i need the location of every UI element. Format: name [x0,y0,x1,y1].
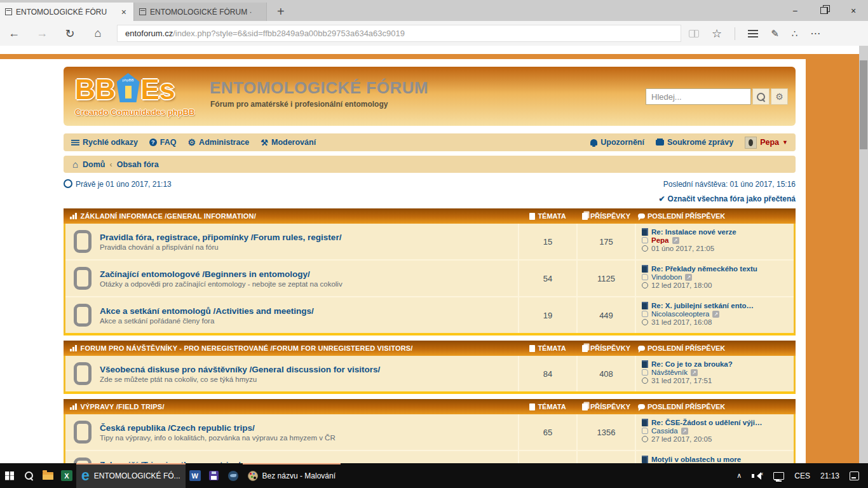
forum-link[interactable]: Akce a setkání entomologů /Activities an… [100,306,512,316]
volume-muted-icon[interactable]: × [752,472,763,480]
language-indicator[interactable]: CES [794,471,810,480]
last-post-link[interactable]: Re: Co je to za brouka? [651,360,733,368]
tab-title: ENTOMOLOGICKÉ FÓRU [16,8,116,17]
word-button[interactable]: W [186,463,205,488]
forum-link[interactable]: Pravidla fóra, registrace, připomínky /F… [100,233,512,242]
category-block: ZÁKLADNÍ INFORMACE /GENERAL INFORMATION/… [64,208,796,336]
admin-link[interactable]: ⚙ Administrace [188,138,250,147]
forum-row: Začínající entomologové /Beginners in en… [65,259,794,296]
last-post-link[interactable]: Re: X. jubilejní setkání ento… [651,302,754,309]
last-post-link[interactable]: Re: Překlady německého textu [651,265,757,273]
inbox-icon [656,140,664,146]
breadcrumb-current[interactable]: Obsah fóra [117,160,159,169]
save-app-button[interactable] [205,463,224,488]
posts-column-header: PŘÍSPĚVKY [577,212,635,220]
paint-window-label: Bez názvu - Malování [262,471,336,480]
forum-description: Otázky a odpovědi pro začínající entomol… [100,280,512,288]
last-post-link[interactable]: Motyli v oblastech u more [651,456,741,463]
last-post-author[interactable]: Nicolascoleoptera [651,310,709,318]
status-row: Právě je 01 úno 2017, 21:13 Poslední náv… [64,179,796,189]
private-messages-link[interactable]: Soukromé zprávy [656,138,733,147]
taskbar-search-button[interactable] [19,463,38,488]
browser-tab-active[interactable]: ENTOMOLOGICKÉ FÓRU × [0,3,133,21]
tab-title: ENTOMOLOGICKÉ FÓRUM · [150,8,257,17]
forum-link[interactable]: Začínající entomologové /Beginners in en… [100,269,512,279]
goto-last-post-icon[interactable]: ↗ [685,274,692,281]
address-bar-input[interactable]: entoforum.cz/index.php?style=6&sid=ffbb2… [117,25,681,42]
site-subtitle: Fórum pro amatérské i profesionální ento… [210,100,388,109]
browser-toolbar-icons: ☆ ✎ ∴ ⋯ [689,27,821,40]
restore-button[interactable] [810,0,839,21]
clock-time[interactable]: 21:13 [820,471,839,480]
action-center-icon[interactable] [850,471,859,480]
browser-tab-inactive[interactable]: ENTOMOLOGICKÉ FÓRUM · [133,3,267,21]
goto-last-post-icon[interactable]: ↗ [712,311,719,318]
home-icon[interactable]: ⌂ [84,27,112,40]
page-icon [5,8,12,15]
back-icon[interactable]: ← [0,27,28,40]
quick-links-menu[interactable]: Rychlé odkazy [71,138,138,147]
search-icon [757,93,765,101]
new-tab-button[interactable]: + [267,3,295,21]
goto-last-post-icon[interactable]: ↗ [681,428,688,435]
forum-link[interactable]: Všeobecná diskuse pro návštěvníky /Gener… [100,365,512,374]
category-title[interactable]: ZÁKLADNÍ INFORMACE /GENERAL INFORMATION/ [81,212,519,220]
clock-icon [642,377,648,384]
post-page-icon [642,302,648,309]
close-button[interactable]: × [839,0,868,21]
url-host: entoforum.cz [125,29,173,38]
search-input[interactable] [646,88,751,105]
network-icon[interactable] [773,472,784,480]
minimize-button[interactable]: − [780,0,810,21]
file-explorer-button[interactable] [38,463,57,488]
breadcrumb-home-link[interactable]: Domů [83,160,105,169]
site-logo[interactable]: BB phpBB Es Creando Comunidades phpBB [75,73,221,117]
forum-read-icon [74,362,92,385]
notifications-link[interactable]: Upozornění [590,138,644,147]
hub-icon[interactable] [748,30,758,37]
last-post-author[interactable]: Cassida [651,427,678,435]
last-post-author[interactable]: Pepa [651,236,669,244]
search-button[interactable] [752,88,770,105]
mark-read-link[interactable]: Označit všechna fóra jako přečtená [668,194,796,203]
last-post-author[interactable]: Vindobon [651,273,682,281]
category-title[interactable]: VÝPRAVY /FIELD TRIPS/ [81,403,519,410]
forum-link[interactable]: Česká republika /Czech republic trips/ [100,423,512,433]
goto-last-post-icon[interactable]: ↗ [672,237,679,244]
advanced-search-button[interactable]: ⚙ [771,88,788,105]
scrollbar-thumb[interactable] [860,60,867,149]
more-menu-icon[interactable]: ⋯ [810,29,821,39]
scrollbar[interactable] [859,46,868,488]
post-page-icon [642,419,648,426]
paint-window-button[interactable]: Bez názvu - Malování [243,463,341,488]
goto-last-post-icon[interactable]: ↗ [691,369,698,376]
clock-icon [642,319,648,325]
tab-close-icon[interactable]: × [119,7,128,17]
moderation-link[interactable]: ⚒ Moderování [261,138,316,147]
last-post-link[interactable]: Re: ČSE-Žádost o udělení výji… [651,419,762,426]
last-post-link[interactable]: Re: Instalace nové verze [651,228,736,236]
web-note-icon[interactable]: ✎ [771,29,779,38]
share-icon[interactable]: ∴ [792,29,798,38]
refresh-icon[interactable]: ↻ [56,27,84,41]
post-page-icon [642,360,648,368]
faq-link[interactable]: ? FAQ [149,138,177,147]
reading-view-icon[interactable] [689,30,699,37]
favorites-star-icon[interactable]: ☆ [712,28,722,39]
excel-button[interactable]: X [57,463,76,488]
category-title[interactable]: FORUM PRO NÁVŠTĚVNÍKY - PRO NEREGISTROVA… [81,344,519,352]
last-post-cell: Re: Překlady německého textu Vindobon↗ 1… [635,261,794,296]
forward-icon[interactable]: → [28,27,56,40]
mail-app-button[interactable] [224,463,243,488]
current-time-text: Právě je 01 úno 2017, 21:13 [76,180,172,189]
start-button[interactable] [0,463,19,488]
topics-column-header: TÉMATA [519,344,577,352]
last-post-author[interactable]: Návštěvník [651,369,688,376]
user-menu[interactable]: Pepa ▼ [745,137,788,149]
chevron-up-icon[interactable]: ∧ [736,471,742,480]
last-post-date: 31 led 2017, 16:08 [651,318,712,326]
post-page-icon [642,228,648,236]
search-area: ⚙ [646,88,788,105]
edge-window-button[interactable]: e ENTOMOLOGICKÉ FÓ... [76,463,186,488]
stats-bars-icon [70,345,77,351]
